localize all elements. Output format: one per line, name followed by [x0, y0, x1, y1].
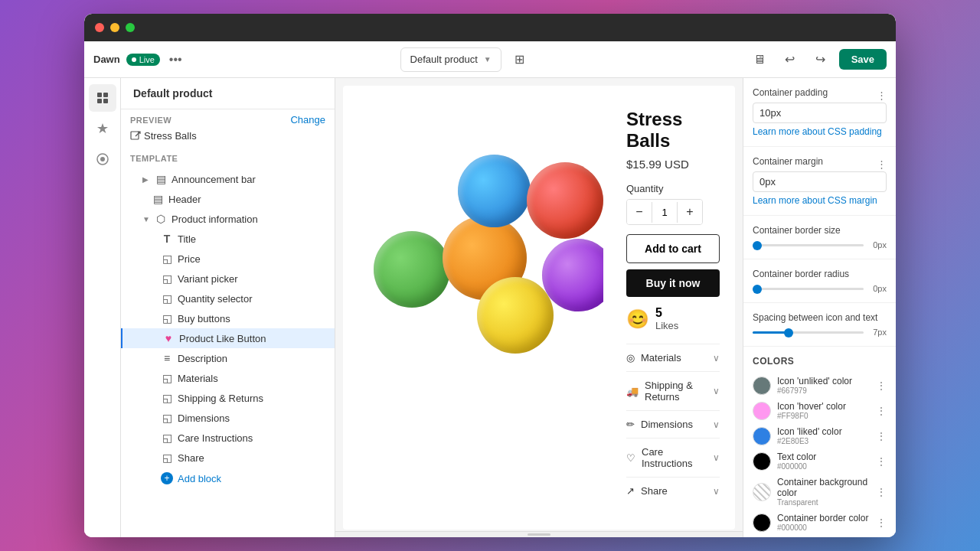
accordion-care[interactable]: ♡ Care Instructions ∨	[626, 438, 720, 477]
spacing-thumb[interactable]	[784, 328, 793, 337]
announcement-bar-icon: ▤	[155, 173, 167, 185]
add-to-cart-button[interactable]: Add to cart	[626, 234, 720, 263]
color-hex: #667979	[777, 386, 852, 395]
tree-item-label: Care Instructions	[178, 432, 253, 444]
chevron-icon: ∨	[713, 386, 720, 396]
svg-rect-3	[103, 99, 108, 103]
icon-hover-swatch[interactable]	[753, 402, 771, 420]
svg-rect-1	[103, 93, 108, 97]
border-radius-thumb[interactable]	[753, 285, 762, 294]
spacing-track[interactable]	[753, 331, 864, 334]
padding-menu-icon[interactable]: ⋮	[877, 90, 887, 101]
left-sidebar	[84, 78, 121, 537]
accordion-dimensions[interactable]: ✏ Dimensions ∨	[626, 410, 720, 438]
tree-item-product-like-button[interactable]: ♥ Product Like Button	[121, 328, 335, 348]
template-label: TEMPLATE	[121, 148, 335, 166]
tree-item-dimensions[interactable]: ◱ Dimensions	[121, 408, 335, 428]
tree-item-price[interactable]: ◱ Price	[121, 249, 335, 269]
border-size-label: Container border size	[753, 225, 887, 236]
accordion-care-label: ♡ Care Instructions	[626, 446, 713, 469]
materials-acc-icon: ◎	[626, 352, 635, 364]
css-padding-link[interactable]: Learn more about CSS padding	[753, 126, 887, 137]
toolbar-right: 🖥 ↩ ↪ Save	[747, 47, 887, 72]
border-radius-track[interactable]	[753, 288, 864, 290]
tree-item-care-instructions[interactable]: ◱ Care Instructions	[121, 428, 335, 448]
tree-item-label: Header	[168, 194, 201, 205]
product-selector-value: Default product	[410, 54, 478, 65]
care-acc-icon: ♡	[626, 452, 635, 464]
maximize-button[interactable]	[126, 23, 135, 32]
live-badge: Live	[126, 54, 160, 66]
container-margin-input[interactable]	[753, 171, 887, 192]
price-icon: ◱	[161, 253, 173, 265]
external-link-icon	[130, 131, 141, 142]
text-color-swatch[interactable]	[753, 452, 771, 471]
border-size-track[interactable]	[753, 244, 864, 246]
sidebar-sections-icon[interactable]	[89, 84, 116, 112]
more-options-button[interactable]: •••	[166, 53, 185, 67]
sidebar-design-icon[interactable]	[89, 115, 116, 142]
change-button[interactable]: Change	[290, 114, 325, 126]
color-swatch-row: Container background color Transparent	[753, 477, 876, 507]
tree-item-announcement-bar[interactable]: ▶ ▤ Announcement bar	[121, 169, 335, 189]
quantity-value: 1	[652, 202, 678, 223]
color-menu-icon[interactable]: ⋮	[876, 405, 887, 417]
css-margin-link[interactable]: Learn more about CSS margin	[753, 195, 887, 206]
accordion-shipping[interactable]: 🚚 Shipping & Returns ∨	[626, 371, 720, 410]
dimensions-icon: ◱	[161, 412, 173, 424]
tree-item-label: Shipping & Returns	[178, 393, 263, 404]
tree-item-quantity-selector[interactable]: ◱ Quantity selector	[121, 289, 335, 308]
product-price: $15.99 USD	[626, 158, 720, 171]
add-block-button[interactable]: + Add block	[121, 468, 335, 489]
sidebar-apps-icon[interactable]	[89, 145, 116, 173]
tree-item-materials[interactable]: ◱ Materials	[121, 368, 335, 388]
accordion-share[interactable]: ↗ Share ∨	[626, 477, 720, 504]
quantity-increment[interactable]: +	[678, 200, 702, 224]
container-bg-swatch[interactable]	[753, 483, 771, 501]
desktop-view-button[interactable]: 🖥	[747, 47, 772, 72]
icon-liked-swatch[interactable]	[753, 427, 771, 445]
color-menu-icon[interactable]: ⋮	[876, 380, 887, 392]
tree-item-header[interactable]: ▤ Header	[121, 189, 335, 209]
tree-item-label: Materials	[178, 373, 218, 384]
color-swatch-row: Text color #000000	[753, 452, 876, 471]
tree-item-label: Description	[178, 353, 227, 364]
buy-now-button[interactable]: Buy it now	[626, 269, 720, 297]
color-menu-icon[interactable]: ⋮	[876, 455, 887, 468]
tree-item-product-information[interactable]: ▼ ⬡ Product information	[121, 209, 335, 229]
undo-button[interactable]: ↩	[778, 47, 802, 72]
ball-blue	[458, 155, 531, 227]
tree-item-share[interactable]: ◱ Share	[121, 448, 335, 468]
minimize-button[interactable]	[110, 23, 119, 32]
color-menu-icon[interactable]: ⋮	[876, 486, 887, 498]
margin-menu-icon[interactable]: ⋮	[877, 158, 887, 170]
redo-button[interactable]: ↪	[808, 47, 833, 72]
quantity-decrement[interactable]: −	[627, 200, 652, 224]
color-hex: #000000	[777, 462, 816, 471]
color-row-container-border: Container border color #000000 ⋮	[753, 510, 887, 535]
close-button[interactable]	[95, 23, 104, 32]
color-menu-icon[interactable]: ⋮	[876, 517, 887, 529]
save-button[interactable]: Save	[839, 49, 887, 70]
tree-item-title[interactable]: T Title	[121, 229, 335, 249]
resize-handle[interactable]	[335, 531, 743, 537]
container-padding-input[interactable]	[753, 103, 887, 123]
tree-item-description[interactable]: ≡ Description	[121, 348, 335, 368]
color-menu-icon[interactable]: ⋮	[876, 430, 887, 442]
likes-text: Likes	[655, 320, 678, 331]
expand-icon: ▶	[142, 175, 150, 184]
svg-rect-6	[131, 132, 139, 139]
color-name-stack: Container border color #000000	[777, 513, 868, 532]
product-selector[interactable]: Default product ▼	[400, 47, 501, 72]
container-border-swatch[interactable]	[753, 514, 771, 532]
tree-item-buy-buttons[interactable]: ◱ Buy buttons	[121, 308, 335, 328]
color-swatch-row: Container border color #000000	[753, 513, 876, 532]
accordion-materials[interactable]: ◎ Materials ∨	[626, 344, 720, 371]
icon-unliked-swatch[interactable]	[753, 377, 771, 395]
tree-item-variant-picker[interactable]: ◱ Variant picker	[121, 269, 335, 289]
tree-item-shipping-returns[interactable]: ◱ Shipping & Returns	[121, 388, 335, 408]
mac-window: Dawn Live ••• Default product ▼ ⊞ 🖥 ↩ ↪ …	[84, 14, 896, 537]
border-size-thumb[interactable]	[753, 241, 762, 250]
resize-icon[interactable]: ⊞	[508, 47, 532, 72]
spacing-fill	[753, 331, 786, 334]
